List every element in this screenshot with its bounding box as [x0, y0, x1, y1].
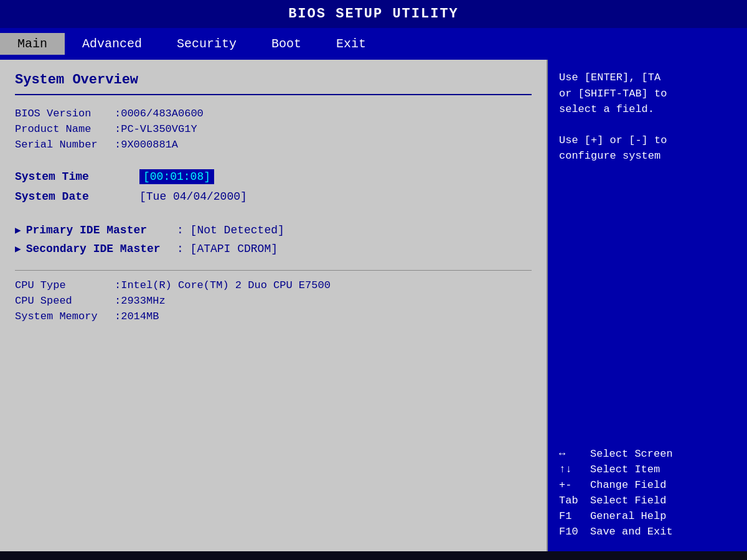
system-time-value[interactable]: [00:01:08] [139, 169, 214, 184]
serial-number-value: :9X000881A [115, 139, 178, 151]
key-symbol-f10: F10 [559, 526, 590, 538]
system-date-value[interactable]: [Tue 04/04/2000] [139, 190, 247, 203]
key-symbol-f1: F1 [559, 510, 590, 522]
cpu-type-row: CPU Type :Intel(R) Core(TM) 2 Duo CPU E7… [15, 279, 532, 291]
key-row-select-field: Tab Select Field [559, 495, 736, 506]
left-panel: System Overview BIOS Version :0006/483A0… [0, 60, 548, 551]
key-desc-general-help: General Help [590, 510, 666, 522]
divider [15, 94, 532, 95]
key-desc-select-field: Select Field [590, 495, 666, 506]
product-name-value: :PC-VL350VG1Y [115, 123, 197, 135]
system-date-row[interactable]: System Date [Tue 04/04/2000] [15, 190, 532, 203]
key-desc-save-exit: Save and Exit [590, 526, 673, 538]
secondary-ide-label: ▶ Secondary IDE Master [15, 243, 177, 255]
serial-number-row: Serial Number :9X000881A [15, 139, 532, 151]
menu-item-exit[interactable]: Exit [319, 33, 383, 55]
product-name-row: Product Name :PC-VL350VG1Y [15, 123, 532, 135]
key-row-change-field: +- Change Field [559, 479, 736, 491]
key-row-select-screen: ↔ Select Screen [559, 448, 736, 460]
key-desc-change-field: Change Field [590, 479, 666, 491]
menu-item-security[interactable]: Security [159, 33, 254, 55]
secondary-ide-arrow-icon: ▶ [15, 243, 21, 255]
secondary-ide-value: : [ATAPI CDROM] [177, 243, 278, 255]
menu-bar[interactable]: Main Advanced Security Boot Exit [0, 28, 747, 60]
bios-version-value: :0006/483A0600 [115, 108, 204, 119]
primary-ide-value: : [Not Detected] [177, 224, 284, 236]
primary-ide-row[interactable]: ▶ Primary IDE Master : [Not Detected] [15, 224, 532, 236]
system-memory-value: :2014MB [115, 310, 159, 322]
key-symbol-tab: Tab [559, 495, 590, 506]
help-text-2: Use [+] or [-] to configure system [559, 133, 736, 164]
key-row-save-exit: F10 Save and Exit [559, 526, 736, 538]
bios-version-row: BIOS Version :0006/483A0600 [15, 108, 532, 119]
menu-item-boot[interactable]: Boot [254, 33, 319, 55]
menu-item-advanced[interactable]: Advanced [65, 33, 159, 55]
cpu-speed-value: :2933MHz [115, 295, 166, 307]
section-title: System Overview [15, 72, 532, 88]
key-desc-select-screen: Select Screen [590, 448, 673, 460]
title-bar: BIOS SETUP UTILITY [0, 0, 747, 28]
key-row-select-item: ↑↓ Select Item [559, 464, 736, 475]
help-text-1: Use [ENTER], [TA or [SHIFT-TAB] to selec… [559, 70, 736, 118]
cpu-speed-label: CPU Speed [15, 295, 115, 307]
content-area: System Overview BIOS Version :0006/483A0… [0, 60, 747, 551]
cpu-type-label: CPU Type [15, 279, 115, 291]
system-time-row[interactable]: System Time [00:01:08] [15, 169, 532, 184]
secondary-ide-row[interactable]: ▶ Secondary IDE Master : [ATAPI CDROM] [15, 243, 532, 255]
key-symbol-arrows: ↔ [559, 448, 590, 460]
menu-item-main[interactable]: Main [0, 33, 65, 55]
key-symbol-updown: ↑↓ [559, 464, 590, 475]
cpu-type-value: :Intel(R) Core(TM) 2 Duo CPU E7500 [115, 279, 331, 291]
key-desc-select-item: Select Item [590, 464, 660, 475]
serial-number-label: Serial Number [15, 139, 115, 151]
primary-ide-arrow-icon: ▶ [15, 224, 21, 236]
cpu-speed-row: CPU Speed :2933MHz [15, 295, 532, 307]
key-legend: ↔ Select Screen ↑↓ Select Item +- Change… [559, 438, 736, 541]
system-date-label: System Date [15, 190, 139, 203]
cpu-section: CPU Type :Intel(R) Core(TM) 2 Duo CPU E7… [15, 270, 532, 322]
system-time-label: System Time [15, 170, 139, 183]
bios-title: BIOS SETUP UTILITY [288, 6, 459, 22]
key-row-general-help: F1 General Help [559, 510, 736, 522]
right-panel: Use [ENTER], [TA or [SHIFT-TAB] to selec… [548, 60, 747, 551]
key-symbol-plusminus: +- [559, 479, 590, 491]
bios-version-label: BIOS Version [15, 108, 115, 119]
product-name-label: Product Name [15, 123, 115, 135]
primary-ide-label: ▶ Primary IDE Master [15, 224, 177, 236]
system-memory-row: System Memory :2014MB [15, 310, 532, 322]
system-memory-label: System Memory [15, 310, 115, 322]
bios-screen: BIOS SETUP UTILITY Main Advanced Securit… [0, 0, 747, 560]
